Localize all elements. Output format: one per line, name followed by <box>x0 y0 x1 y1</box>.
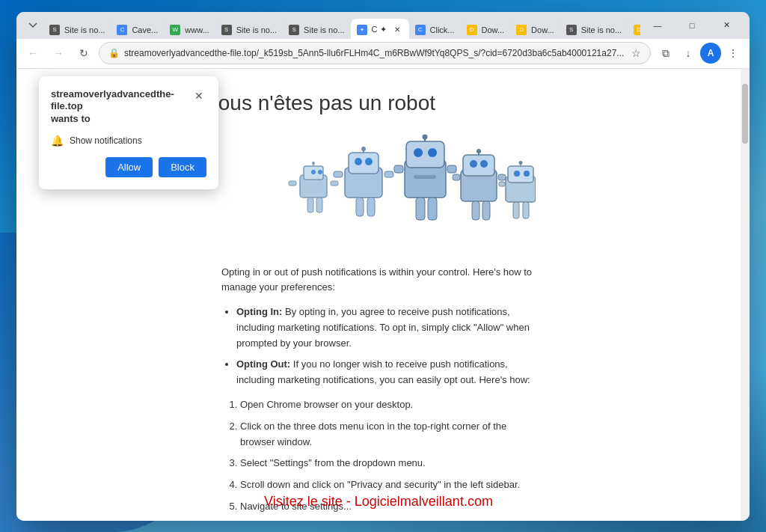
svg-rect-36 <box>482 201 490 220</box>
forward-button[interactable]: → <box>48 43 69 64</box>
tab-6-close-button[interactable]: ✕ <box>391 24 403 36</box>
svg-rect-37 <box>453 174 460 180</box>
svg-rect-25 <box>428 198 437 220</box>
svg-rect-26 <box>394 165 403 173</box>
notification-popup: streamoverlyadvancedthe-file.top wants t… <box>39 76 218 190</box>
tab-9-title: Dow... <box>531 25 554 34</box>
page-content: streamoverlyadvancedthe-file.top wants t… <box>16 69 750 521</box>
svg-rect-7 <box>331 181 338 186</box>
tab-3-title: www... <box>185 25 209 34</box>
robots-svg <box>281 130 536 246</box>
scrollbar-thumb[interactable] <box>742 84 748 144</box>
back-button[interactable]: ← <box>22 43 43 64</box>
svg-point-50 <box>519 161 523 165</box>
svg-point-13 <box>365 158 373 165</box>
tab-8-favicon: D <box>467 25 477 35</box>
close-button[interactable]: ✕ <box>709 12 744 39</box>
popup-title: streamoverlyadvancedthe-file.top wants t… <box>51 88 192 126</box>
tab-4-favicon: S <box>221 25 232 35</box>
svg-point-2 <box>311 170 316 174</box>
address-input[interactable]: 🔒 streamoverlyadvancedthe-file.top/_k519… <box>99 42 651 64</box>
step-4: Scroll down and click on "Privacy and se… <box>240 477 536 493</box>
tab-1-title: Site is no... <box>64 25 105 34</box>
tab-11[interactable]: D Dow... <box>628 19 640 39</box>
step-1: Open Chrome browser on your desktop. <box>240 397 536 413</box>
tab-5-title: Site is no... <box>304 25 344 34</box>
popup-buttons: Allow Block <box>51 157 206 177</box>
svg-point-9 <box>312 162 315 165</box>
svg-rect-46 <box>523 202 529 218</box>
tab-10[interactable]: S Site is no... <box>560 19 628 39</box>
refresh-button[interactable]: ↻ <box>73 43 94 64</box>
popup-wants-to: wants to <box>51 113 91 124</box>
svg-rect-35 <box>472 201 479 220</box>
toolbar-icons: ⧉ ↓ A ⋮ <box>655 43 744 64</box>
tab-3[interactable]: W www... <box>164 19 215 39</box>
tab-2[interactable]: C Cave... <box>111 19 164 39</box>
window-controls: — □ ✕ <box>640 12 744 39</box>
svg-point-33 <box>470 160 477 168</box>
popup-close-button[interactable]: ✕ <box>192 88 206 103</box>
popup-header: streamoverlyadvancedthe-file.top wants t… <box>51 88 206 126</box>
svg-rect-32 <box>463 155 494 176</box>
title-bar: S Site is no... C Cave... W www... S Sit… <box>16 12 750 39</box>
tab-1-favicon: S <box>49 25 60 35</box>
svg-rect-14 <box>356 198 364 216</box>
warning-text: Visitez le site - Logicielmalveillant.co… <box>264 494 493 510</box>
maximize-button[interactable]: □ <box>675 12 709 39</box>
step-2: Click on the three dots menu icon in the… <box>240 419 536 450</box>
opting-out-bold: Opting Out: <box>236 358 290 370</box>
tab-bar: S Site is no... C Cave... W www... S Sit… <box>43 12 640 39</box>
svg-rect-6 <box>289 181 296 186</box>
minimize-button[interactable]: — <box>640 12 675 39</box>
tab-3-favicon: W <box>170 25 180 35</box>
svg-rect-47 <box>499 182 505 186</box>
svg-point-29 <box>423 134 428 139</box>
popup-site-name: streamoverlyadvancedthe-file.top <box>51 88 174 112</box>
svg-rect-21 <box>406 141 444 168</box>
svg-rect-27 <box>447 165 456 173</box>
tab-6-title: C ✦ <box>372 25 387 34</box>
svg-point-23 <box>428 148 437 157</box>
address-bar: ← → ↻ 🔒 streamoverlyadvancedthe-file.top… <box>16 39 750 69</box>
tab-11-favicon: D <box>634 25 640 35</box>
tab-7[interactable]: C Click... <box>409 19 461 39</box>
svg-rect-38 <box>498 174 506 180</box>
opting-in-bold: Opting In: <box>236 306 282 317</box>
svg-point-40 <box>477 149 481 153</box>
svg-rect-45 <box>513 202 519 218</box>
menu-button[interactable]: ⋮ <box>723 43 744 64</box>
opting-out-item: Opting Out: If you no longer wish to rec… <box>236 357 536 388</box>
tab-8[interactable]: D Dow... <box>461 19 511 39</box>
bookmark-icon[interactable]: ☆ <box>631 47 641 59</box>
popup-notification-text: Show notifications <box>70 135 142 146</box>
tab-1[interactable]: S Site is no... <box>43 19 111 39</box>
profile-button[interactable]: A <box>700 43 721 64</box>
tab-6-active[interactable]: ✦ C ✦ ✕ <box>351 19 409 39</box>
svg-rect-4 <box>307 198 313 213</box>
svg-rect-5 <box>316 198 322 213</box>
extensions-button[interactable]: ⧉ <box>655 43 676 64</box>
scrollbar[interactable] <box>741 69 750 521</box>
tab-9[interactable]: D Dow... <box>510 19 560 39</box>
url-text: streamoverlyadvancedthe-file.top/_k519sb… <box>124 48 627 58</box>
svg-point-43 <box>514 171 520 177</box>
tab-4-title: Site is no... <box>236 25 277 34</box>
download-button[interactable]: ↓ <box>678 43 699 64</box>
tab-2-favicon: C <box>117 25 127 35</box>
tips-list: Opting In: By opting in, you agree to re… <box>236 305 536 388</box>
tab-dropdown-button[interactable] <box>22 15 43 36</box>
opting-in-item: Opting In: By opting in, you agree to re… <box>236 305 536 351</box>
tab-5[interactable]: S Site is no... <box>283 19 350 39</box>
page-main: streamoverlyadvancedthe-file.top wants t… <box>16 69 741 521</box>
svg-point-22 <box>414 148 423 157</box>
tab-10-favicon: S <box>566 25 577 35</box>
svg-rect-42 <box>508 166 533 183</box>
block-button[interactable]: Block <box>159 157 206 177</box>
tab-2-title: Cave... <box>132 25 158 34</box>
tab-8-title: Dow... <box>482 25 505 34</box>
allow-button[interactable]: Allow <box>105 157 153 177</box>
step-3: Select "Settings" from the dropdown menu… <box>240 456 536 471</box>
tab-4[interactable]: S Site is no... <box>215 19 283 39</box>
tab-7-favicon: C <box>415 25 426 35</box>
